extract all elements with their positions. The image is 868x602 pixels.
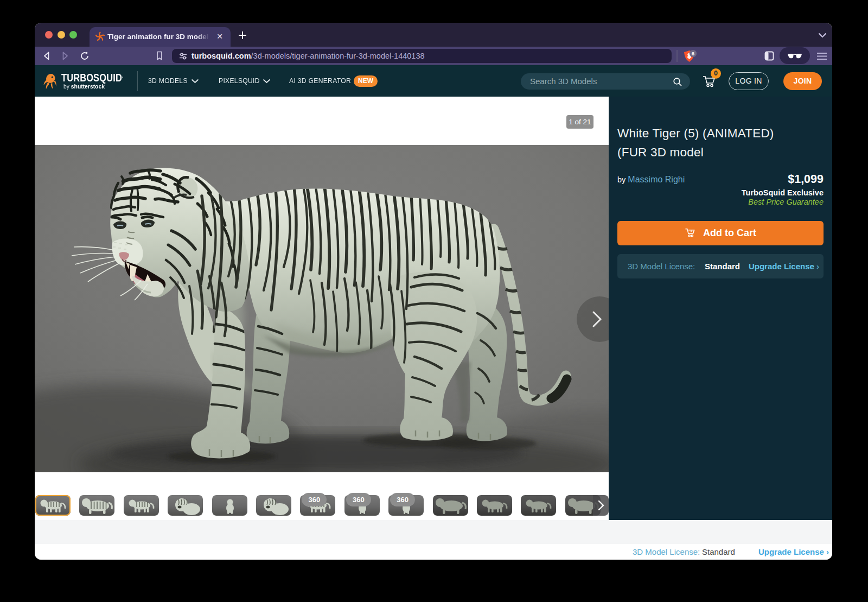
svg-text:6: 6 [692, 50, 694, 56]
